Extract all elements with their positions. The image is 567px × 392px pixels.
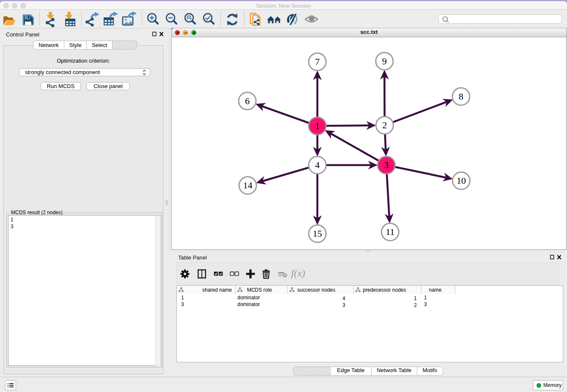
- svg-text:9: 9: [382, 56, 387, 66]
- svg-text:14: 14: [243, 180, 253, 190]
- svg-text:4: 4: [315, 160, 320, 170]
- svg-text:7: 7: [315, 56, 320, 67]
- svg-text:15: 15: [313, 228, 322, 239]
- svg-text:10: 10: [457, 175, 466, 186]
- svg-text:6: 6: [245, 96, 250, 106]
- svg-text:3: 3: [384, 160, 389, 170]
- svg-text:2: 2: [383, 120, 387, 130]
- svg-text:8: 8: [459, 91, 463, 102]
- svg-text:11: 11: [385, 226, 394, 237]
- svg-text:1: 1: [315, 121, 320, 131]
